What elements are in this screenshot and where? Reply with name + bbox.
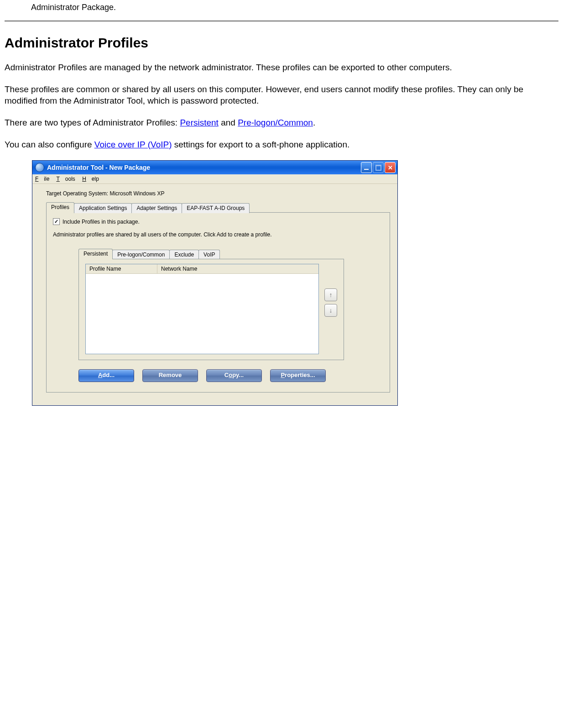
add-button[interactable]: Add... <box>78 369 134 382</box>
arrow-down-icon: ↓ <box>329 307 333 314</box>
inner-tab-exclude[interactable]: Exclude <box>169 250 199 260</box>
inner-tab-persistent[interactable]: Persistent <box>78 249 113 259</box>
target-os-label: Target Operating System: Microsoft Windo… <box>46 190 390 197</box>
minimize-button[interactable] <box>361 162 372 173</box>
copy-button[interactable]: Copy... <box>206 369 262 382</box>
text: and <box>219 118 238 127</box>
app-icon <box>35 163 44 172</box>
col-profile-name[interactable]: Profile Name <box>86 264 157 273</box>
link-voip[interactable]: Voice over IP (VoIP) <box>94 140 172 149</box>
window-title: Administrator Tool - New Package <box>47 164 361 171</box>
tab-profiles[interactable]: Profiles <box>46 202 74 213</box>
maximize-button <box>373 162 384 173</box>
client-area: Target Operating System: Microsoft Windo… <box>32 184 397 405</box>
paragraph-4: You can also configure Voice over IP (Vo… <box>5 139 558 151</box>
tab-application-settings[interactable]: Application Settings <box>74 203 132 213</box>
menu-tools[interactable]: Tools <box>56 176 75 182</box>
breadcrumb: Administrator Package. <box>31 3 558 12</box>
titlebar[interactable]: Administrator Tool - New Package ✕ <box>32 161 397 174</box>
outer-tab-row: Profiles Application Settings Adapter Se… <box>46 202 390 213</box>
arrow-up-icon: ↑ <box>329 291 333 299</box>
text: . <box>313 118 315 127</box>
action-button-row: Add... Remove Copy... Properties... <box>53 369 383 382</box>
inner-tab-panel: Profile Name Network Name ↑ ↓ <box>78 259 344 360</box>
profile-list-header: Profile Name Network Name <box>86 264 318 274</box>
inner-tab-voip[interactable]: VoIP <box>198 250 220 260</box>
text: There are two types of Administrator Pro… <box>5 118 180 127</box>
menu-file[interactable]: File <box>35 176 49 182</box>
include-profiles-checkbox[interactable]: ✓ <box>53 218 60 225</box>
properties-button[interactable]: Properties... <box>270 369 326 382</box>
paragraph-2: These profiles are common or shared by a… <box>5 84 558 107</box>
paragraph-3: There are two types of Administrator Pro… <box>5 117 558 129</box>
col-network-name[interactable]: Network Name <box>157 264 318 273</box>
menu-bar: File Tools Help <box>32 174 397 184</box>
move-down-button[interactable]: ↓ <box>324 304 337 317</box>
text: You can also configure <box>5 140 94 149</box>
paragraph-1: Administrator Profiles are managed by th… <box>5 62 558 73</box>
inner-tab-prelogon[interactable]: Pre-logon/Common <box>112 250 170 260</box>
outer-tab-panel: ✓ Include Profiles in this package. Admi… <box>46 212 390 393</box>
remove-button[interactable]: Remove <box>142 369 198 382</box>
section-divider <box>5 21 558 21</box>
move-up-button[interactable]: ↑ <box>324 288 337 301</box>
inner-tab-row: Persistent Pre-logon/Common Exclude VoIP <box>78 249 383 259</box>
profile-listbox[interactable]: Profile Name Network Name <box>85 264 319 354</box>
tab-eap-fast-groups[interactable]: EAP-FAST A-ID Groups <box>182 203 250 213</box>
link-persistent[interactable]: Persistent <box>180 118 218 127</box>
include-profiles-label: Include Profiles in this package. <box>63 219 140 225</box>
admin-tool-window: Administrator Tool - New Package ✕ File … <box>32 160 398 406</box>
link-prelogon-common[interactable]: Pre-logon/Common <box>238 118 313 127</box>
text: settings for export to a soft-phone appl… <box>172 140 350 149</box>
profiles-help-text: Administrator profiles are shared by all… <box>53 231 383 238</box>
close-button[interactable]: ✕ <box>385 162 396 173</box>
menu-help[interactable]: Help <box>82 176 99 182</box>
section-heading: Administrator Profiles <box>5 35 558 51</box>
tab-adapter-settings[interactable]: Adapter Settings <box>131 203 182 213</box>
